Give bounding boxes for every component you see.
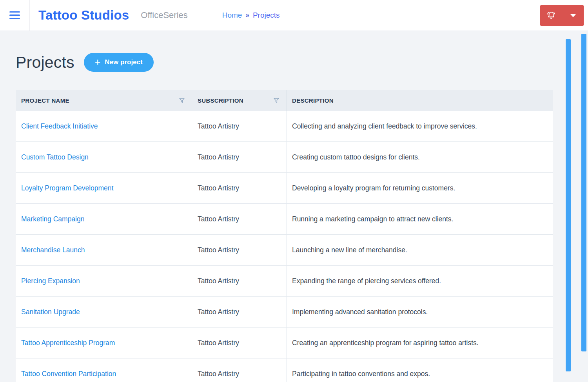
project-name-cell: Tattoo Convention Participation xyxy=(16,358,192,382)
caret-down-icon xyxy=(570,14,576,17)
subscription-cell: Tattoo Artistry xyxy=(192,358,287,382)
description-value: Developing a loyalty program for returni… xyxy=(292,184,455,192)
description-value: Implementing advanced sanitation protoco… xyxy=(292,308,428,316)
description-cell: Creating an apprenticeship program for a… xyxy=(287,328,553,358)
project-name-cell: Tattoo Apprenticeship Program xyxy=(16,328,192,358)
breadcrumb-current-link[interactable]: Projects xyxy=(253,11,280,20)
app-title[interactable]: Tattoo Studios xyxy=(38,8,129,23)
description-value: Collecting and analyzing client feedback… xyxy=(292,122,477,130)
project-name-link[interactable]: Tattoo Apprenticeship Program xyxy=(21,339,115,347)
table-row: Merchandise Launch Tattoo Artistry Launc… xyxy=(16,235,553,266)
project-name-link[interactable]: Marketing Campaign xyxy=(21,215,84,223)
page-head: Projects + New project xyxy=(16,31,553,72)
table-row: Tattoo Convention Participation Tattoo A… xyxy=(16,358,553,382)
column-header-subscription[interactable]: SUBSCRIPTION xyxy=(192,90,287,111)
table-row: Marketing Campaign Tattoo Artistry Runni… xyxy=(16,204,553,235)
project-name-cell: Custom Tattoo Design xyxy=(16,142,192,172)
table-row: Tattoo Apprenticeship Program Tattoo Art… xyxy=(16,328,553,358)
breadcrumb-separator: » xyxy=(245,11,249,19)
description-cell: Participating in tattoo conventions and … xyxy=(287,358,553,382)
table-row: Client Feedback Initiative Tattoo Artist… xyxy=(16,111,553,142)
project-name-link[interactable]: Piercing Expansion xyxy=(21,277,80,285)
new-project-label: New project xyxy=(105,58,142,66)
description-value: Launching a new line of merchandise. xyxy=(292,246,407,254)
top-bar: Tattoo Studios OfficeSeries Home » Proje… xyxy=(0,0,588,31)
description-value: Creating an apprenticeship program for a… xyxy=(292,339,479,347)
project-name-link[interactable]: Loyalty Program Development xyxy=(21,184,113,192)
description-cell: Expanding the range of piercing services… xyxy=(287,266,553,296)
subscription-cell: Tattoo Artistry xyxy=(192,142,287,172)
page-scrollbar-thumb[interactable] xyxy=(581,34,586,351)
page-title: Projects xyxy=(16,53,74,72)
subscription-cell: Tattoo Artistry xyxy=(192,235,287,265)
description-value: Creating custom tattoo designs for clien… xyxy=(292,153,420,161)
project-name-link[interactable]: Custom Tattoo Design xyxy=(21,153,89,161)
menu-area xyxy=(0,0,30,31)
breadcrumb: Home » Projects xyxy=(222,11,280,20)
project-name-cell: Merchandise Launch xyxy=(16,235,192,265)
description-cell: Creating custom tattoo designs for clien… xyxy=(287,142,553,172)
description-cell: Launching a new line of merchandise. xyxy=(287,235,553,265)
notifications-button[interactable] xyxy=(540,5,562,26)
new-project-button[interactable]: + New project xyxy=(84,53,154,72)
project-name-cell: Piercing Expansion xyxy=(16,266,192,296)
subscription-value: Tattoo Artistry xyxy=(198,339,239,347)
subscription-value: Tattoo Artistry xyxy=(198,246,239,254)
table-row: Loyalty Program Development Tattoo Artis… xyxy=(16,173,553,204)
description-value: Participating in tattoo conventions and … xyxy=(292,370,430,378)
project-name-link[interactable]: Merchandise Launch xyxy=(21,246,85,254)
description-cell: Running a marketing campaign to attract … xyxy=(287,204,553,234)
subscription-value: Tattoo Artistry xyxy=(198,184,239,192)
project-name-cell: Sanitation Upgrade xyxy=(16,297,192,327)
description-value: Expanding the range of piercing services… xyxy=(292,277,441,285)
table-row: Piercing Expansion Tattoo Artistry Expan… xyxy=(16,266,553,297)
breadcrumb-home-link[interactable]: Home xyxy=(222,11,242,20)
project-name-link[interactable]: Tattoo Convention Participation xyxy=(21,370,116,378)
project-name-cell: Loyalty Program Development xyxy=(16,173,192,203)
column-label: DESCRIPTION xyxy=(292,97,334,104)
project-name-link[interactable]: Client Feedback Initiative xyxy=(21,122,98,130)
subscription-cell: Tattoo Artistry xyxy=(192,204,287,234)
filter-icon[interactable] xyxy=(273,97,280,104)
table-row: Sanitation Upgrade Tattoo Artistry Imple… xyxy=(16,297,553,328)
subscription-value: Tattoo Artistry xyxy=(198,153,239,161)
table-body: Client Feedback Initiative Tattoo Artist… xyxy=(16,111,553,382)
main-content: Projects + New project PROJECT NAME SUBS… xyxy=(0,31,588,382)
subscription-value: Tattoo Artistry xyxy=(198,122,239,130)
bell-icon xyxy=(546,10,557,21)
column-header-project-name[interactable]: PROJECT NAME xyxy=(16,90,192,111)
filter-icon[interactable] xyxy=(178,97,185,104)
subscription-value: Tattoo Artistry xyxy=(198,215,239,223)
plus-icon: + xyxy=(95,57,101,67)
hamburger-menu-icon[interactable] xyxy=(8,10,22,21)
project-name-link[interactable]: Sanitation Upgrade xyxy=(21,308,80,316)
subscription-cell: Tattoo Artistry xyxy=(192,328,287,358)
description-value: Running a marketing campaign to attract … xyxy=(292,215,453,223)
topbar-actions xyxy=(540,5,584,26)
subscription-cell: Tattoo Artistry xyxy=(192,111,287,141)
column-label: PROJECT NAME xyxy=(21,97,69,104)
table-header-row: PROJECT NAME SUBSCRIPTION DESCRIPTION xyxy=(16,90,553,111)
description-cell: Collecting and analyzing client feedback… xyxy=(287,111,553,141)
description-cell: Implementing advanced sanitation protoco… xyxy=(287,297,553,327)
subscription-cell: Tattoo Artistry xyxy=(192,297,287,327)
subscription-cell: Tattoo Artistry xyxy=(192,266,287,296)
subscription-value: Tattoo Artistry xyxy=(198,277,239,285)
project-name-cell: Client Feedback Initiative xyxy=(16,111,192,141)
account-menu-button[interactable] xyxy=(562,5,584,26)
column-header-description[interactable]: DESCRIPTION xyxy=(287,90,553,111)
table-row: Custom Tattoo Design Tattoo Artistry Cre… xyxy=(16,142,553,173)
app-subtitle: OfficeSeries xyxy=(141,10,187,20)
inner-scrollbar-thumb[interactable] xyxy=(566,39,571,371)
subscription-value: Tattoo Artistry xyxy=(198,308,239,316)
project-name-cell: Marketing Campaign xyxy=(16,204,192,234)
description-cell: Developing a loyalty program for returni… xyxy=(287,173,553,203)
subscription-cell: Tattoo Artistry xyxy=(192,173,287,203)
subscription-value: Tattoo Artistry xyxy=(198,370,239,378)
projects-table: PROJECT NAME SUBSCRIPTION DESCRIPTION xyxy=(16,90,553,382)
column-label: SUBSCRIPTION xyxy=(198,97,243,104)
